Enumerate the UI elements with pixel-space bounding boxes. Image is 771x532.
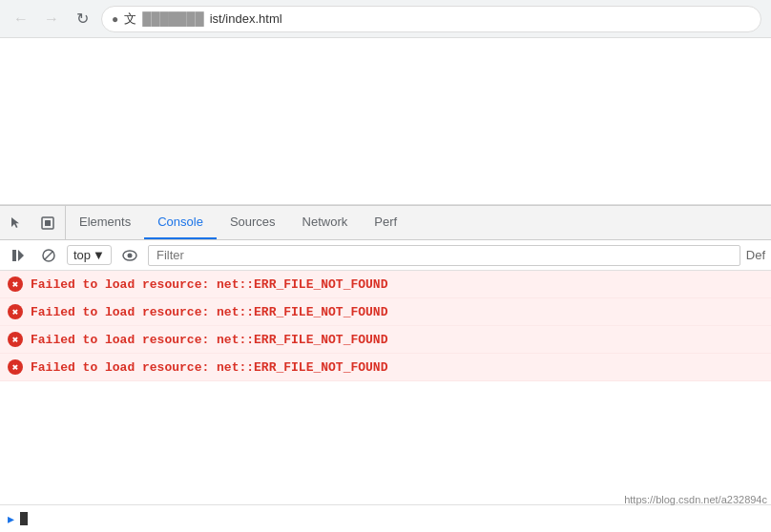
filter-input[interactable] [148, 245, 740, 266]
svg-rect-1 [45, 220, 51, 226]
block-icon-button[interactable] [36, 243, 61, 268]
svg-marker-3 [18, 250, 24, 261]
console-prompt-icon: ▸ [8, 511, 14, 526]
tab-console[interactable]: Console [144, 206, 217, 239]
reload-button[interactable]: ↻ [71, 8, 94, 31]
devtools-panel: Elements Console Sources Network Perf [0, 205, 771, 532]
svg-rect-2 [12, 250, 16, 261]
error-icon-3: ✖ [8, 332, 23, 347]
execute-icon-button[interactable] [6, 243, 31, 268]
forward-button[interactable]: → [40, 8, 63, 31]
cursor-icon-button[interactable] [4, 210, 31, 236]
url-blurred: ███████ [142, 11, 203, 26]
svg-point-7 [127, 253, 132, 257]
tab-elements[interactable]: Elements [66, 206, 144, 239]
tab-performance[interactable]: Perf [361, 206, 410, 239]
context-selector[interactable]: top ▼ [67, 245, 112, 265]
tab-sources[interactable]: Sources [217, 206, 289, 239]
error-row-3: ✖ Failed to load resource: net::ERR_FILE… [0, 326, 771, 354]
top-label: top [73, 248, 91, 262]
default-levels-label: Def [746, 248, 765, 262]
error-row-2: ✖ Failed to load resource: net::ERR_FILE… [0, 298, 771, 326]
error-icon-2: ✖ [8, 304, 23, 319]
tab-network[interactable]: Network [289, 206, 362, 239]
error-message-4: Failed to load resource: net::ERR_FILE_N… [31, 360, 387, 375]
secure-icon: ● [112, 12, 118, 26]
error-row-1: ✖ Failed to load resource: net::ERR_FILE… [0, 271, 771, 298]
error-message-3: Failed to load resource: net::ERR_FILE_N… [31, 333, 387, 347]
eye-icon-button[interactable] [117, 243, 142, 268]
browser-chrome: ← → ↻ ● 文 ███████ ist/index.html [0, 0, 771, 38]
console-input-row[interactable]: ▸ [0, 504, 771, 532]
console-output: ✖ Failed to load resource: net::ERR_FILE… [0, 271, 771, 504]
url-suffix: ist/index.html [210, 11, 282, 26]
address-bar[interactable]: ● 文 ███████ ist/index.html [101, 6, 761, 32]
url-prefix: 文 [124, 10, 136, 28]
error-message-1: Failed to load resource: net::ERR_FILE_N… [31, 277, 387, 292]
error-row-4: ✖ Failed to load resource: net::ERR_FILE… [0, 354, 771, 381]
back-button[interactable]: ← [10, 8, 32, 31]
inspect-icon-button[interactable] [34, 210, 61, 236]
devtools-toolbar-icons [0, 206, 66, 239]
error-icon-4: ✖ [8, 359, 23, 375]
error-message-2: Failed to load resource: net::ERR_FILE_N… [31, 305, 387, 319]
dropdown-arrow: ▼ [93, 248, 105, 262]
svg-line-5 [45, 251, 53, 259]
watermark: https://blog.csdn.net/a232894c [624, 494, 767, 505]
console-cursor [20, 512, 28, 525]
error-icon-1: ✖ [8, 276, 23, 292]
console-toolbar: top ▼ Def [0, 240, 771, 271]
devtools-tabs: Elements Console Sources Network Perf [0, 206, 771, 240]
page-content [0, 38, 771, 205]
